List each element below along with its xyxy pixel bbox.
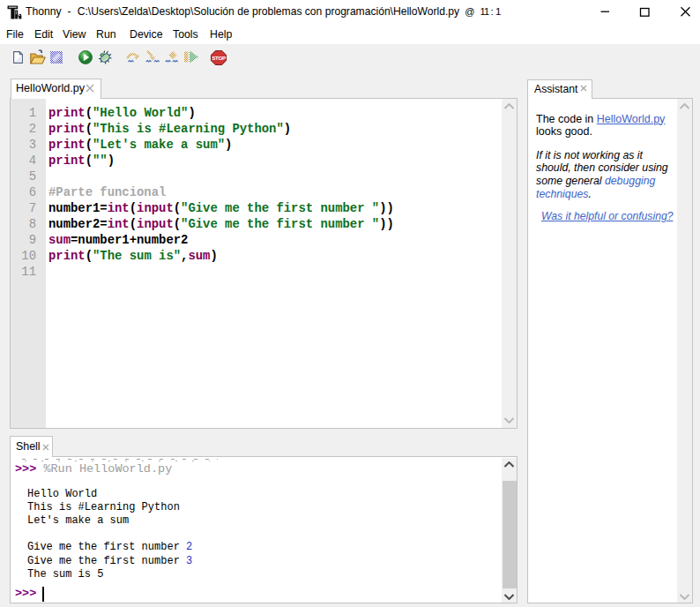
svg-text:STOP: STOP: [212, 55, 226, 61]
